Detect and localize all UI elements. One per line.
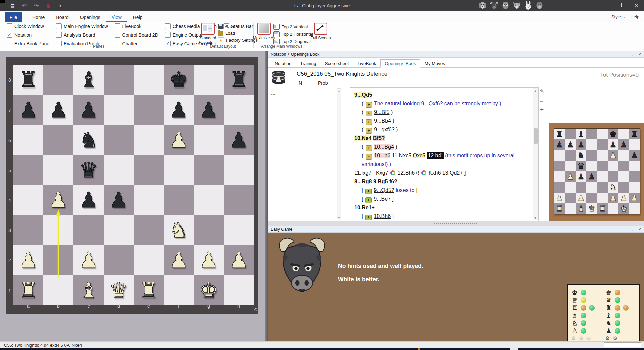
move-text[interactable]: 9...Qxf6? [421,101,443,106]
collapse-variation-button[interactable]: − [366,154,372,160]
white-r[interactable]: ♜ [556,203,563,214]
move-text[interactable]: 11.fxg7+ Kxg7 [354,170,390,176]
move-text[interactable]: Qxc5 [413,153,425,158]
scrollbar-thumb[interactable] [534,128,538,144]
close-pane-icon[interactable]: ✕ [638,227,641,232]
square-d5[interactable] [586,161,597,171]
tab-livebook[interactable]: LiveBook [353,59,381,68]
book-list-scrollbar[interactable]: ▲ ▼ [337,88,341,220]
tab-help[interactable]: Help [127,12,148,22]
rabbit-icon[interactable] [524,1,533,10]
black-p[interactable]: ♟ [199,95,218,125]
white-r[interactable]: ♜ [19,275,38,305]
redo-icon[interactable]: ↷ [33,2,40,9]
move-text[interactable]: ] [391,196,394,202]
colored-ring-icon[interactable] [390,170,395,175]
move-text[interactable]: 9...Bb4 [374,118,391,124]
move-text[interactable]: loses to [396,187,414,193]
expand-variation-button[interactable]: + [365,189,372,194]
square-h4[interactable] [224,185,254,215]
checkbox-box[interactable]: ✓ [165,41,171,46]
standard-layouts-button[interactable]: Standard Layouts ⌄ [195,23,221,45]
white-q[interactable]: ♛ [109,275,128,305]
square-c3[interactable] [576,182,586,193]
square-e3[interactable] [134,215,164,245]
style-menu[interactable]: Style [611,14,621,19]
minimize-button[interactable] [597,2,605,10]
square-f8[interactable]: ♚ [608,129,618,139]
black-p[interactable]: ♟ [19,95,38,125]
square-g1[interactable]: ♚ [194,275,224,305]
square-g4[interactable] [194,185,224,215]
square-h6[interactable]: ♟ [629,150,640,161]
square-b3[interactable] [43,215,73,245]
white-p[interactable]: ♟ [567,171,574,182]
square-a7[interactable]: ♟ [554,139,565,150]
expand-variation-button[interactable]: + [366,102,372,108]
square-e2[interactable] [134,245,164,275]
help-link[interactable]: Help [630,14,639,19]
square-b2[interactable] [43,245,73,275]
square-f6[interactable]: ♟ [164,125,194,155]
square-h5[interactable] [629,161,640,171]
save-icon[interactable] [9,2,16,9]
square-h3[interactable] [629,182,640,193]
square-g7[interactable]: ♟ [618,139,629,150]
notation-text-box[interactable]: 9...Qd5( + The natural looking 9...Qxf6?… [350,88,539,221]
expand-variation-button[interactable]: + [366,145,372,151]
square-d4[interactable]: ♟ [104,185,134,215]
white-r[interactable]: ♜ [139,275,158,305]
tab-openings[interactable]: Openings [74,12,106,22]
undo-icon[interactable]: ↶ [21,2,28,9]
move-text[interactable]: ( [362,144,365,150]
move-text[interactable]: ] [391,213,394,219]
close-pane-icon[interactable]: ✕ [638,52,641,57]
square-c4[interactable]: ♟ [576,171,586,182]
square-b7[interactable]: ♟ [43,95,73,125]
square-d2[interactable] [104,245,134,275]
square-h8[interactable]: ♜ [224,65,254,95]
square-f6[interactable]: ♟ [608,150,618,161]
move-text[interactable]: ( [362,153,365,158]
checkbox-box[interactable] [165,32,171,38]
white-p[interactable]: ♟ [620,193,627,203]
black-r[interactable]: ♜ [556,129,563,139]
expand-variation-button[interactable]: + [365,215,372,220]
square-f5[interactable] [608,161,618,171]
square-e2[interactable] [597,193,608,203]
square-a7[interactable]: ♟ [13,95,43,125]
back-arrow-icon[interactable]: ← [539,98,544,103]
square-e4[interactable] [597,171,608,182]
square-c8[interactable]: ♝ [576,129,586,139]
move-text[interactable]: ( [362,118,365,124]
move-text[interactable]: 9...Bf5 [374,109,389,115]
checkbox-box[interactable]: ✓ [7,32,12,38]
white-p[interactable]: ♟ [169,245,188,275]
black-r[interactable]: ♜ [229,65,248,95]
square-d8[interactable] [586,129,597,139]
bull-icon[interactable] [490,1,499,10]
close-button[interactable]: ✕ [633,2,641,10]
square-a5[interactable] [554,161,565,171]
engine-icon[interactable]: ♞ [45,2,52,9]
black-n[interactable]: ♞ [79,125,98,155]
white-p[interactable]: ♟ [609,193,617,203]
black-b[interactable]: ♝ [79,65,98,95]
chess-board[interactable]: ♜♝♚♜♟♟♟♟♟♞♟♟♛♟♟♟♞♟♟♟♟♟♜♝♛♜♚ [13,65,254,305]
square-b8[interactable] [43,65,73,95]
black-p[interactable]: ♟ [79,95,98,125]
square-c4[interactable]: ♟ [73,185,104,215]
square-g3[interactable] [194,215,224,245]
black-p[interactable]: ♟ [577,139,585,150]
checkbox-box[interactable] [115,41,120,46]
square-c1[interactable]: ♝ [576,203,586,214]
square-d1[interactable]: ♛ [586,203,597,214]
column-header-n[interactable]: N [299,80,302,86]
move-text[interactable]: 9...Qd5 [354,92,372,98]
marker-icon[interactable]: ✦ [540,107,544,113]
square-h7[interactable] [224,95,254,125]
checkbox-box[interactable] [115,32,120,38]
square-b5[interactable] [43,155,73,185]
square-e6[interactable] [597,150,608,161]
square-c7[interactable]: ♟ [73,95,104,125]
